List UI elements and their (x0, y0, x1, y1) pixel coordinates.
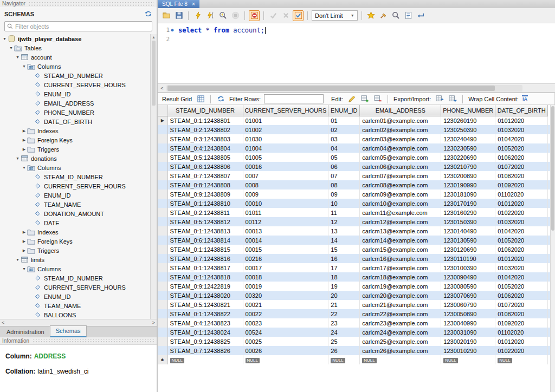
grid-cell[interactable]: STEAM_0:1:12438813 (167, 226, 243, 236)
grid-cell[interactable]: 1230020190 (441, 337, 495, 346)
grid-cell[interactable]: STEAM_0:1:12438024 (167, 328, 243, 337)
grid-cell[interactable]: STEAM_0:9:12438825 (167, 337, 243, 346)
scroll-left-arrow-icon[interactable]: < (2, 320, 4, 325)
row-selector[interactable] (158, 208, 167, 217)
grid-cell[interactable]: 0007 (243, 171, 328, 180)
grid-cell[interactable]: 01022020 (495, 346, 548, 355)
grid-cell[interactable]: 1230200890 (441, 171, 495, 180)
export-recordset-icon[interactable] (434, 94, 445, 104)
grid-cell[interactable]: 24 (328, 328, 360, 337)
grid-cell[interactable]: 00013 (243, 226, 328, 236)
grid-cell[interactable]: 01082020 (495, 309, 548, 318)
grid-cell[interactable]: 1230150390 (441, 217, 495, 226)
grid-cell[interactable]: carlcm17@example.com (360, 263, 441, 272)
grid-cell[interactable]: STEAM_0:5:12438812 (167, 217, 243, 226)
grid-cell[interactable]: 0009 (243, 190, 328, 199)
grid-cell[interactable]: STEAM_0:1:12438801 (167, 116, 243, 125)
grid-cell[interactable]: 25 (328, 337, 360, 346)
grid-cell[interactable]: 14 (328, 236, 360, 245)
grid-cell[interactable]: carlcm10@example.com (360, 199, 441, 208)
grid-cell[interactable]: 17 (328, 263, 360, 272)
tree-item-current-server-hours[interactable]: CURRENT_SERVER_HOURS (0, 181, 150, 191)
row-selector[interactable] (158, 162, 167, 171)
tree-item-balloons[interactable]: BALLOONS (0, 310, 150, 319)
grid-cell[interactable]: carlcm21@example.com (360, 300, 441, 309)
grid-cell-null[interactable]: NULL (243, 355, 328, 364)
grid-cell[interactable]: carlcm18@example.com (360, 272, 441, 282)
grid-cell[interactable]: 1230080590 (441, 282, 495, 291)
close-tab-icon[interactable]: × (192, 1, 195, 7)
grid-cell[interactable]: 01002 (243, 125, 328, 134)
grid-cell[interactable]: 00524 (243, 328, 328, 337)
row-selector[interactable] (158, 125, 167, 134)
tree-item-enum-id[interactable]: ENUM_ID (0, 292, 150, 301)
scrollbar-thumb[interactable] (551, 106, 554, 231)
grid-cell[interactable]: carlcm16@example.com (360, 254, 441, 263)
grid-vertical-scrollbar[interactable] (550, 105, 555, 392)
tree-item-columns[interactable]: ▼Columns (0, 62, 150, 71)
grid-cell[interactable]: 06 (328, 162, 360, 171)
grid-cell[interactable]: 1230250390 (441, 125, 495, 134)
grid-cell[interactable]: 1230110190 (441, 254, 495, 263)
grid-cell[interactable]: 05 (328, 153, 360, 162)
grid-cell[interactable]: STEAM_0:1:12438818 (167, 272, 243, 282)
grid-cell[interactable]: 02 (328, 125, 360, 134)
tree-item-enum-id[interactable]: ENUM_ID (0, 89, 150, 99)
grid-cell[interactable]: STEAM_0:5:12438805 (167, 153, 243, 162)
tree-item-steam-id-number[interactable]: STEAM_ID_NUMBER (0, 273, 150, 283)
wrap-text-icon[interactable] (416, 10, 427, 21)
row-selector[interactable] (158, 236, 167, 245)
tree-item-indexes[interactable]: ▶Indexes (0, 126, 150, 135)
grid-cell[interactable]: 07 (328, 171, 360, 180)
save-snippet-icon[interactable] (366, 10, 377, 21)
tree-item-donations[interactable]: ▼donations (0, 154, 150, 163)
grid-cell[interactable]: 00014 (243, 236, 328, 245)
collapse-arrow-icon[interactable]: ▼ (8, 46, 14, 50)
grid-cell[interactable]: carlcm22@example.com (360, 309, 441, 318)
grid-cell[interactable]: 01032020 (495, 263, 548, 272)
grid-cell[interactable]: 22 (328, 309, 360, 318)
grid-cell[interactable]: carlcm13@example.com (360, 226, 441, 236)
grid-cell[interactable]: 01092020 (495, 318, 548, 328)
tree-item-indexes[interactable]: ▶Indexes (0, 227, 150, 237)
grid-cell[interactable]: 01082020 (495, 171, 548, 180)
grid-cell[interactable]: 00010 (243, 199, 328, 208)
grid-cell[interactable]: 10 (328, 199, 360, 208)
grid-cell[interactable]: 01102020 (495, 328, 548, 337)
grid-cell[interactable]: 11 (328, 208, 360, 217)
grid-cell[interactable]: carlcm01@example.com (360, 116, 441, 125)
column-header-email_address[interactable]: EMAIL_ADDRESS (360, 105, 441, 116)
row-selector[interactable] (158, 300, 167, 309)
grid-cell[interactable]: STEAM_0:2:12438802 (167, 125, 243, 134)
tree-item-current-server-hours[interactable]: CURRENT_SERVER_HOURS (0, 283, 150, 292)
tree-item-current-server-hours[interactable]: CURRENT_SERVER_HOURS (0, 80, 150, 89)
row-selector[interactable] (158, 346, 167, 355)
grid-cell[interactable]: 1230190990 (441, 180, 495, 190)
grid-cell[interactable]: 01072020 (495, 162, 548, 171)
grid-cell[interactable]: carlcm04@example.com (360, 143, 441, 153)
open-script-icon[interactable] (161, 10, 172, 21)
grid-cell[interactable]: 01052020 (495, 236, 548, 245)
grid-cell[interactable]: 23 (328, 318, 360, 328)
row-selector[interactable] (158, 254, 167, 263)
grid-cell[interactable]: STEAM_0:7:12438807 (167, 171, 243, 180)
find-panel-icon[interactable] (391, 10, 402, 21)
execute-current-statement-icon[interactable] (205, 10, 216, 21)
sidebar-tab-administration[interactable]: Administration (1, 327, 50, 337)
grid-cell[interactable]: STEAM_0:3:12438803 (167, 134, 243, 143)
grid-cell[interactable]: 18 (328, 272, 360, 282)
row-selector[interactable] (158, 217, 167, 226)
grid-cell[interactable]: STEAM_0:5:12430821 (167, 300, 243, 309)
tree-item-foreign-keys[interactable]: ▶Foreign Keys (0, 237, 150, 246)
grid-cell[interactable]: STEAM_0:9:12422819 (167, 282, 243, 291)
tree-item-email-address[interactable]: EMAIL_ADDRESS (0, 99, 150, 108)
grid-cell[interactable]: 00025 (243, 337, 328, 346)
grid-cell[interactable]: 01012020 (495, 337, 548, 346)
grid-cell[interactable]: 01032020 (495, 125, 548, 134)
grid-cell[interactable]: STEAM_0:7:12438826 (167, 346, 243, 355)
scrollbar-thumb[interactable] (167, 86, 495, 91)
grid-cell[interactable]: carlcm23@example.com (360, 318, 441, 328)
tab-sql-file-8[interactable]: SQL File 8 × (158, 0, 199, 8)
grid-cell[interactable]: 16 (328, 254, 360, 263)
grid-cell[interactable]: 00019 (243, 282, 328, 291)
